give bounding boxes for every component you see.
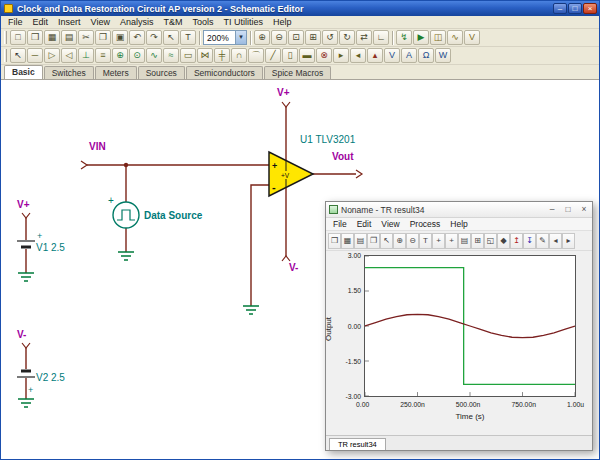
vin-label[interactable]: VIN [89,141,106,152]
zoom-out-icon[interactable]: ⊖ [271,30,287,45]
print-icon[interactable]: ▤ [354,233,367,249]
cursor-b-icon[interactable]: + [445,233,458,249]
data-source-label[interactable]: Data Source [144,210,203,221]
voltage-generator-icon[interactable]: ∿ [146,48,162,63]
plot-menu-file[interactable]: File [328,219,352,229]
undo-icon[interactable]: ↶ [129,30,145,45]
tab-spice-macros[interactable]: Spice Macros [264,66,332,79]
capacitor-icon[interactable]: ╪ [214,48,230,63]
redo-icon[interactable]: ↷ [146,30,162,45]
diode-icon[interactable]: ▸ [333,48,349,63]
plot-menu-process[interactable]: Process [405,219,446,229]
voltage-source-icon[interactable]: ⊕ [112,48,128,63]
plot-window-control-icon-[interactable]: – [544,203,560,217]
toolbar-grip[interactable] [4,31,7,44]
copy-icon[interactable]: ❐ [95,30,111,45]
window-control-icon-[interactable]: – [553,3,567,14]
voltmeter-icon[interactable]: V [384,48,400,63]
chevron-down-icon[interactable]: ▾ [235,31,246,44]
switch-icon[interactable]: ╱ [265,48,281,63]
zener-icon[interactable]: ◂ [350,48,366,63]
v1-value-label[interactable]: V1 2.5 [36,242,65,253]
cursor-icon[interactable]: ↖ [10,48,26,63]
spin-left-icon[interactable]: ◂ [549,233,562,249]
vout-label[interactable]: Vout [332,151,354,162]
plot-menu-view[interactable]: View [376,219,404,229]
lamp-icon[interactable]: ⊗ [316,48,332,63]
wires[interactable] [26,107,356,399]
v2-rail-label[interactable]: V- [17,329,26,340]
fuse-icon[interactable]: ▬ [299,48,315,63]
ammeter-icon[interactable]: A [401,48,417,63]
inductor-icon[interactable]: ∩ [231,48,247,63]
wire-icon[interactable]: ─ [27,48,43,63]
open-file-icon[interactable]: ❒ [27,30,43,45]
tab-meters[interactable]: Meters [95,66,137,79]
open-file-icon[interactable]: ❒ [328,233,341,249]
plot-menu-help[interactable]: Help [445,219,472,229]
tab-semiconductors[interactable]: Semiconductors [186,66,263,79]
signal-analyzer-icon[interactable]: ∿ [447,30,463,45]
arrow-down-icon[interactable]: ↧ [523,233,536,249]
zoom-combo[interactable]: 200% ▾ [203,30,247,45]
plot-window-control-icon-[interactable]: × [576,203,592,217]
opamp-symbol[interactable]: + - +V [269,152,313,196]
grid-icon[interactable]: ⊞ [305,30,321,45]
menu-view[interactable]: View [86,17,115,27]
rotate-right-icon[interactable]: ↻ [339,30,355,45]
oscilloscope-icon[interactable]: ◫ [430,30,446,45]
wattmeter-icon[interactable]: W [435,48,451,63]
menu-tm[interactable]: T&M [158,17,187,27]
current-source-icon[interactable]: ⊙ [129,48,145,63]
v2-value-label[interactable]: V2 2.5 [36,372,65,383]
vminus-rail-label[interactable]: V- [289,262,298,273]
data-source-symbol[interactable]: + [108,195,139,228]
select-cursor-icon[interactable]: ↖ [163,30,179,45]
mirror-icon[interactable]: ⇄ [356,30,372,45]
tab-basic[interactable]: Basic [4,65,43,79]
cut-icon[interactable]: ✂ [78,30,94,45]
arrow-up-icon[interactable]: ↥ [510,233,523,249]
output-pin-icon[interactable]: ◁ [61,48,77,63]
pencil-icon[interactable]: ✎ [536,233,549,249]
v1-rail-label[interactable]: V+ [17,199,30,210]
legend-icon[interactable]: ▤ [458,233,471,249]
menu-tools[interactable]: Tools [187,17,218,27]
spin-right-icon[interactable]: ▸ [562,233,575,249]
copy-icon[interactable]: ❐ [367,233,380,249]
cursor-a-icon[interactable]: + [432,233,445,249]
zoom-all-icon[interactable]: ⊡ [288,30,304,45]
menu-edit[interactable]: Edit [28,17,54,27]
vplus-rail-label[interactable]: V+ [277,87,290,98]
resistor-icon[interactable]: ▭ [180,48,196,63]
plot-titlebar[interactable]: Noname - TR result34 –□× [326,202,592,218]
save-file-icon[interactable]: ▦ [44,30,60,45]
toolbar-grip[interactable] [4,49,7,62]
result-tab[interactable]: TR result34 [329,438,386,450]
ground-symbols[interactable] [18,252,259,407]
relay-icon[interactable]: ▯ [282,48,298,63]
tab-switches[interactable]: Switches [44,66,94,79]
tab-sources[interactable]: Sources [138,66,185,79]
transformer-icon[interactable]: ⌒ [248,48,264,63]
menu-insert[interactable]: Insert [53,17,86,27]
autoscale-icon[interactable]: ◱ [484,233,497,249]
zoom-out-icon[interactable]: ⊖ [406,233,419,249]
new-file-icon[interactable]: □ [10,30,26,45]
multimeter-icon[interactable]: V [464,30,480,45]
axes-icon[interactable]: ⊞ [471,233,484,249]
current-generator-icon[interactable]: ≈ [163,48,179,63]
input-pin-icon[interactable]: ▷ [44,48,60,63]
plot-menu-edit[interactable]: Edit [352,219,377,229]
zoom-in-icon[interactable]: ⊕ [254,30,270,45]
interactive-mode-icon[interactable]: ↯ [396,30,412,45]
paste-icon[interactable]: ▣ [112,30,128,45]
text-tool-icon[interactable]: T [180,30,196,45]
window-control-icon-[interactable]: × [583,3,597,14]
led-icon[interactable]: ▴ [367,48,383,63]
potentiometer-icon[interactable]: ⋈ [197,48,213,63]
marker-icon[interactable]: ◆ [497,233,510,249]
ground-icon[interactable]: ⊥ [78,48,94,63]
titlebar[interactable]: Clock and Data Restoration Circuit AP ve… [1,1,599,16]
run-icon[interactable]: ▶ [413,30,429,45]
